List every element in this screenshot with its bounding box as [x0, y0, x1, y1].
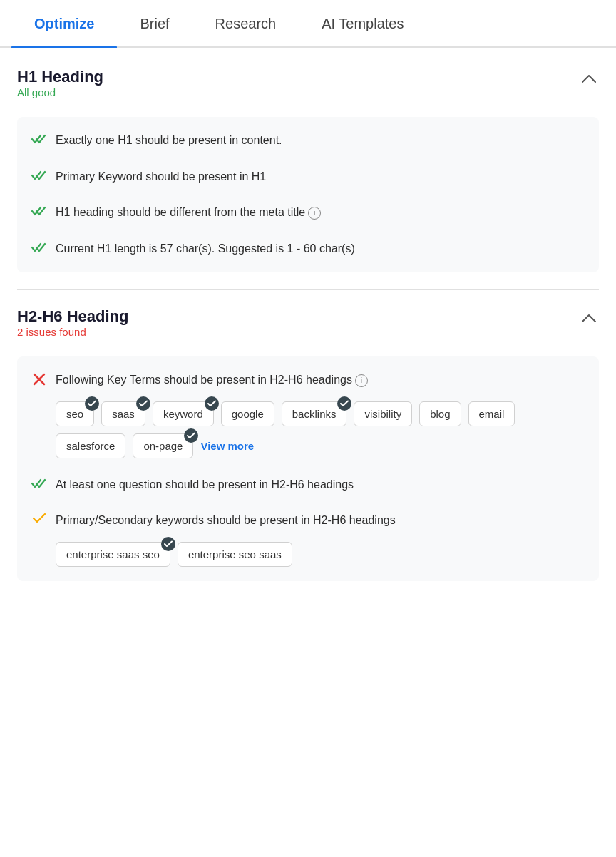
check-text-h2-check-3: Primary/Secondary keywords should be pre…: [56, 513, 585, 528]
view-more-link[interactable]: View more: [200, 440, 254, 452]
tag-on-page: on-page: [133, 433, 193, 458]
section-divider: [17, 289, 599, 290]
tag-check-badge: [337, 396, 351, 411]
chevron-btn-h1-heading[interactable]: [579, 69, 599, 88]
checks-container-h1-heading: Exactly one H1 should be present in cont…: [17, 117, 599, 272]
check-item-h2-check-2: At least one question should be present …: [17, 467, 599, 503]
check-item-h1-check-2: Primary Keyword should be present in H1: [17, 159, 599, 195]
tab-brief[interactable]: Brief: [117, 0, 192, 46]
check-text-h1-check-1: Exactly one H1 should be present in cont…: [56, 133, 585, 148]
main-content: H1 HeadingAll goodExactly one H1 should …: [0, 48, 616, 610]
tag-check-badge: [136, 396, 150, 411]
tag-salesforce: salesforce: [56, 433, 125, 458]
chevron-btn-h2-h6-heading[interactable]: [579, 309, 599, 327]
check-item-h2-check-3: Primary/Secondary keywords should be pre…: [17, 503, 599, 538]
tab-ai-templates[interactable]: AI Templates: [299, 0, 426, 46]
section-header-h1-heading: H1 HeadingAll good: [17, 68, 599, 113]
check-item-h1-check-4: Current H1 length is 57 char(s). Suggest…: [17, 231, 599, 267]
section-h2-h6-heading: H2-H6 Heading2 issues foundFollowing Key…: [17, 307, 599, 581]
tag-seo: seo: [56, 401, 94, 426]
check-icon-double-check: [31, 170, 47, 181]
check-item-h1-check-3: H1 heading should be different from the …: [17, 195, 599, 230]
tag-enterprise-seo-saas: enterprise seo saas: [178, 542, 292, 567]
tag-saas: saas: [101, 401, 145, 426]
check-icon-double-check: [31, 478, 47, 489]
tag-keyword: keyword: [153, 401, 214, 426]
check-text-h2-check-1: Following Key Terms should be present in…: [56, 372, 585, 388]
check-item-h1-check-1: Exactly one H1 should be present in cont…: [17, 123, 599, 158]
section-h1-heading: H1 HeadingAll goodExactly one H1 should …: [17, 68, 599, 272]
tag-check-badge: [184, 428, 198, 443]
section-header-h2-h6-heading: H2-H6 Heading2 issues found: [17, 307, 599, 352]
tags-row-h2-check-3: enterprise saas seoenterprise seo saas: [17, 539, 599, 575]
tags-row-h2-check-1: seosaaskeywordgooglebacklinksvisibilityb…: [17, 399, 599, 467]
check-icon-double-check: [31, 242, 47, 253]
info-icon[interactable]: i: [355, 374, 368, 387]
check-item-h2-check-1: Following Key Terms should be present in…: [17, 362, 599, 398]
section-title-h1-heading: H1 Heading: [17, 68, 103, 86]
tag-blog: blog: [419, 401, 461, 426]
tag-email: email: [468, 401, 515, 426]
check-icon-check-yellow: [31, 513, 47, 523]
tag-enterprise-saas-seo: enterprise saas seo: [56, 542, 170, 567]
section-status-h1-heading: All good: [17, 86, 103, 98]
tag-check-badge: [205, 396, 219, 411]
check-text-h1-check-2: Primary Keyword should be present in H1: [56, 169, 585, 185]
nav-tabs: OptimizeBriefResearchAI Templates: [0, 0, 616, 48]
info-icon[interactable]: i: [308, 207, 321, 220]
tag-backlinks: backlinks: [282, 401, 347, 426]
tag-check-badge: [85, 396, 99, 411]
tag-check-badge: [161, 537, 175, 551]
check-icon-double-check: [31, 133, 47, 145]
section-title-h2-h6-heading: H2-H6 Heading: [17, 307, 128, 326]
check-icon-double-check: [31, 205, 47, 217]
tag-google: google: [221, 401, 274, 426]
check-text-h1-check-4: Current H1 length is 57 char(s). Suggest…: [56, 241, 585, 257]
check-text-h2-check-2: At least one question should be present …: [56, 477, 585, 493]
check-icon-x: [31, 373, 47, 386]
tag-visibility: visibility: [354, 401, 412, 426]
section-status-h2-h6-heading: 2 issues found: [17, 326, 128, 338]
tab-optimize[interactable]: Optimize: [11, 0, 117, 46]
checks-container-h2-h6-heading: Following Key Terms should be present in…: [17, 356, 599, 580]
tab-research[interactable]: Research: [192, 0, 299, 46]
check-text-h1-check-3: H1 heading should be different from the …: [56, 205, 585, 220]
